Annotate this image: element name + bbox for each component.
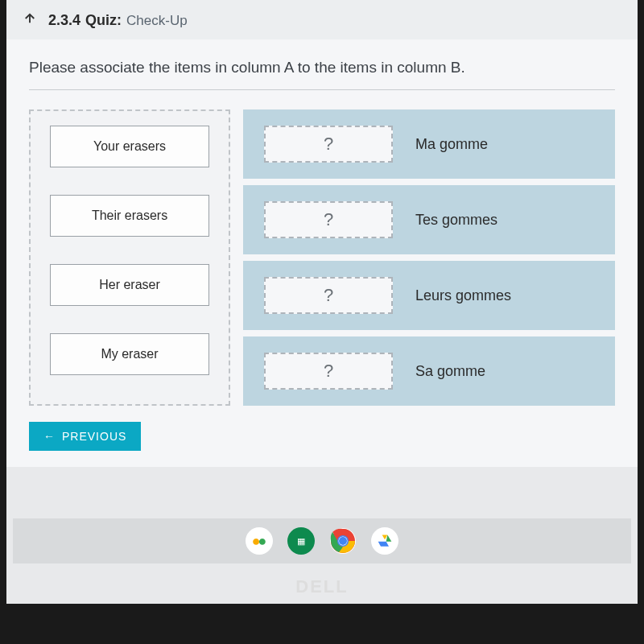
drop-zone[interactable]: ? [264,277,393,314]
target-row: ? Sa gomme [243,336,615,406]
arrow-left-icon: ← [43,430,56,443]
quiz-header: 2.3.4 Quiz: Check-Up [6,0,638,39]
quiz-number: 2.3.4 [48,12,80,29]
target-row: ? Tes gommes [243,185,615,254]
quiz-subtitle: Check-Up [126,13,188,29]
taskbar-calculator-icon[interactable]: ▦ [287,527,315,555]
drop-zone[interactable]: ? [264,353,393,390]
drop-zone[interactable]: ? [264,126,393,163]
target-label-leurs-gommes: Leurs gommes [415,287,511,304]
laptop-frame: 2.3.4 Quiz: Check-Up Please associate th… [0,0,644,644]
back-arrow-icon[interactable] [23,11,37,30]
nav-bar: ← PREVIOUS [29,422,615,451]
taskbar-app-icon[interactable]: ●● [246,527,273,555]
instruction-text: Please associate the items in column A t… [29,59,615,90]
taskbar: ●● ▦ [13,518,631,564]
target-label-sa-gomme: Sa gomme [415,363,485,380]
quiz-label: Quiz: [85,12,122,29]
drag-item-their-erasers[interactable]: Their erasers [50,195,209,237]
column-b: ? Ma gomme ? Tes gommes ? Leurs gommes ?… [243,109,615,406]
previous-button[interactable]: ← PREVIOUS [29,422,141,451]
svg-point-4 [339,537,347,545]
taskbar-chrome-icon[interactable] [329,527,357,555]
previous-label: PREVIOUS [62,430,126,443]
quiz-content: Please associate the items in column A t… [6,39,638,467]
dell-logo: DELL [295,576,348,597]
target-row: ? Leurs gommes [243,261,615,330]
drag-item-your-erasers[interactable]: Your erasers [50,126,209,167]
drag-item-my-eraser[interactable]: My eraser [50,333,209,375]
target-label-ma-gomme: Ma gomme [415,136,488,153]
column-a: Your erasers Their erasers Her eraser My… [29,109,230,406]
target-row: ? Ma gomme [243,109,615,179]
drop-zone[interactable]: ? [264,201,393,238]
match-area: Your erasers Their erasers Her eraser My… [29,109,615,406]
target-label-tes-gommes: Tes gommes [415,212,497,229]
taskbar-drive-icon[interactable] [371,527,398,555]
drag-item-her-eraser[interactable]: Her eraser [50,264,209,306]
